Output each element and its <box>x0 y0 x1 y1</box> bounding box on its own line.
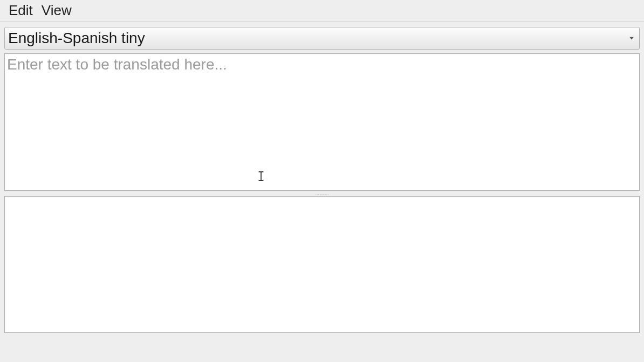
content-area: English-Spanish tiny <box>0 22 644 337</box>
chevron-down-icon <box>629 37 634 40</box>
menubar: Edit View <box>0 0 644 22</box>
source-text-input[interactable] <box>4 53 640 191</box>
translated-text-output <box>4 196 640 333</box>
menu-edit[interactable]: Edit <box>4 1 37 20</box>
menu-view[interactable]: View <box>37 1 76 20</box>
language-pair-selected: English-Spanish tiny <box>8 30 145 47</box>
language-pair-dropdown[interactable]: English-Spanish tiny <box>4 27 640 50</box>
splitter-grip-icon <box>316 194 328 195</box>
